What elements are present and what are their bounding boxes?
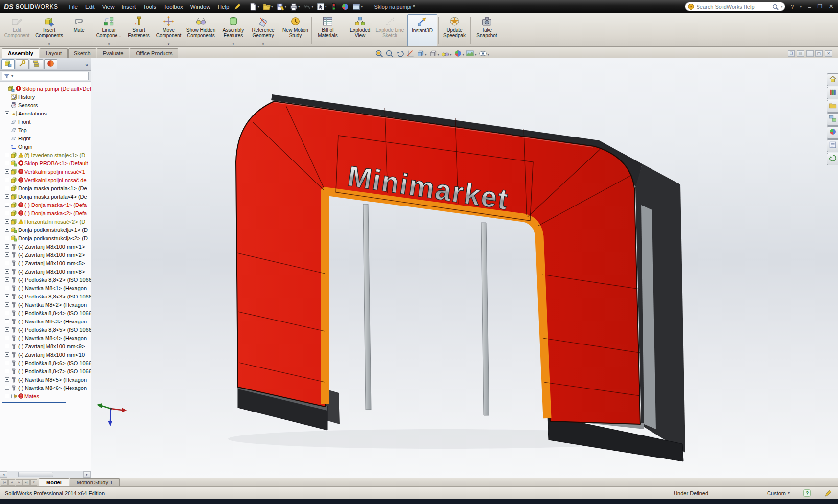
expand-toggle[interactable] xyxy=(5,186,9,190)
reference-geometry-button[interactable]: Reference Geometry xyxy=(248,14,278,46)
tree-item[interactable]: Front xyxy=(0,117,91,126)
scroll-prev-button[interactable]: ◂ xyxy=(8,479,15,486)
tab-office-products[interactable]: Office Products xyxy=(130,48,178,58)
save-button[interactable]: ▾ xyxy=(276,3,286,11)
configuration-dropdown-icon[interactable]: ▾ xyxy=(788,491,790,495)
expand-toggle[interactable] xyxy=(5,302,9,307)
tree-item[interactable]: Donja maska portala<4> (De xyxy=(0,192,91,201)
expand-toggle[interactable] xyxy=(5,286,9,290)
expand-toggle[interactable] xyxy=(5,394,9,398)
doc-tab-motion-study-1[interactable]: Motion Study 1 xyxy=(70,478,120,486)
tree-item[interactable]: Sensors xyxy=(0,101,91,109)
tree-item[interactable]: Right xyxy=(0,134,91,142)
rebuild-button[interactable] xyxy=(330,3,338,11)
tree-item[interactable]: (-) Zavrtanj M8x100 mm<10 xyxy=(0,350,91,359)
taskpane-tab-custom-properties[interactable] xyxy=(827,139,838,152)
view-window-button[interactable]: ▾ xyxy=(352,3,363,11)
assembly-model[interactable]: Minimarket xyxy=(91,58,838,478)
scrollbar-thumb[interactable] xyxy=(18,472,53,477)
scroll-last-button[interactable]: ▸| xyxy=(23,479,30,486)
tree-item[interactable]: Donja podkonstrukcija<2> (D xyxy=(0,234,91,242)
tree-item[interactable]: (-) Navrtka M8<6> (Hexagon xyxy=(0,384,91,392)
insert-components-button[interactable]: Insert Components xyxy=(34,14,64,46)
menu-insert[interactable]: Insert xyxy=(122,4,136,10)
section-view-button[interactable] xyxy=(405,49,415,60)
tree-item[interactable]: Donja podkonstrukcija<1> (D xyxy=(0,226,91,234)
tree-item[interactable]: (-) Navrtka M8<4> (Hexagon xyxy=(0,334,91,342)
search-dropdown-icon[interactable]: ▾ xyxy=(781,5,783,9)
configuration-label[interactable]: Custom xyxy=(767,490,786,496)
tree-item[interactable]: (-) Zavrtanj M8x100 mm<9> xyxy=(0,342,91,350)
expand-toggle[interactable] xyxy=(5,219,9,224)
assembly-features-button[interactable]: Assembly Features xyxy=(218,14,248,46)
linear-pattern-button[interactable]: Linear Compone... xyxy=(94,14,124,46)
expand-toggle[interactable] xyxy=(5,153,9,157)
panel-tab-displaymanager[interactable] xyxy=(44,59,57,69)
view-orientation-button[interactable]: ▾ xyxy=(416,49,427,60)
expand-toggle[interactable] xyxy=(5,236,9,240)
tree-item[interactable]: Sklop na pumpi (Default<Def xyxy=(0,84,91,92)
tree-item[interactable]: Donja maska portala<1> (De xyxy=(0,184,91,192)
tree-item[interactable]: History xyxy=(0,92,91,101)
tab-assembly[interactable]: Assembly xyxy=(2,48,39,58)
rollback-bar[interactable] xyxy=(2,402,66,403)
expand-toggle[interactable] xyxy=(5,244,9,249)
tree-item[interactable]: (-) Zavrtanj M8x100 mm<2> xyxy=(0,251,91,259)
tree-item[interactable]: (-) Podloška 8,8<4> (ISO 1066 xyxy=(0,309,91,317)
search-input[interactable] xyxy=(696,4,770,10)
doc-tab-model[interactable]: Model xyxy=(39,478,69,486)
viewport-minimize-button[interactable]: – xyxy=(806,50,814,57)
taskpane-tab-solidworks-resources[interactable] xyxy=(827,73,838,86)
expand-toggle[interactable] xyxy=(5,111,9,115)
panel-tab-featuremanager[interactable] xyxy=(1,59,15,69)
tree-item[interactable]: (-) Donja maska<2> (Defa xyxy=(0,209,91,217)
open-file-button[interactable]: ▾ xyxy=(263,3,273,11)
quick-tips-icon[interactable]: ? xyxy=(803,489,811,497)
tree-item[interactable]: (-) Podloška 8,8<7> (ISO 1066 xyxy=(0,367,91,375)
tree-item[interactable]: Origin xyxy=(0,142,91,151)
taskpane-tab-file-explorer[interactable] xyxy=(827,100,838,113)
viewport-close-button[interactable]: ✕ xyxy=(825,50,832,57)
print-button[interactable]: ▾ xyxy=(290,3,300,11)
window-help-button[interactable]: ? xyxy=(789,4,795,10)
scroll-right-button[interactable]: ▸ xyxy=(83,471,91,478)
expand-toggle[interactable] xyxy=(5,252,9,257)
tree-filter-input[interactable]: ▾ xyxy=(2,72,89,80)
expand-toggle[interactable] xyxy=(5,369,9,373)
expand-toggle[interactable] xyxy=(5,277,9,282)
expand-toggle[interactable] xyxy=(5,203,9,207)
support-pole-left[interactable] xyxy=(363,204,371,410)
tree-item[interactable]: Vertikalni spoljni nosač de xyxy=(0,176,91,184)
zoom-to-fit-button[interactable] xyxy=(374,49,384,60)
scroll-next-button[interactable]: ▸ xyxy=(16,479,23,486)
tab-sketch[interactable]: Sketch xyxy=(68,48,96,58)
expand-toggle[interactable] xyxy=(5,377,9,382)
edit-appearance-button[interactable]: ▾ xyxy=(453,49,465,60)
move-component-button[interactable]: Move Component xyxy=(154,14,184,46)
tree-item[interactable]: (-) Podloška 8,8<5> (ISO 1066 xyxy=(0,325,91,334)
edit-appearance-button[interactable] xyxy=(341,3,349,11)
taskpane-tab-appearances-scenes[interactable] xyxy=(827,126,838,139)
scroll-left-button[interactable]: ◂ xyxy=(0,471,7,478)
zoom-to-area-button[interactable] xyxy=(385,49,394,60)
mate-button[interactable]: Mate xyxy=(64,14,94,46)
expand-toggle[interactable] xyxy=(5,327,9,332)
panel-tab-propertymanager[interactable] xyxy=(16,59,29,69)
expand-toggle[interactable] xyxy=(5,261,9,265)
new-file-button[interactable]: ▾ xyxy=(249,3,259,11)
scrollbar-track[interactable] xyxy=(7,471,83,478)
tree-item[interactable]: Mates xyxy=(0,392,91,400)
update-speedpak-button[interactable]: Update Speedpak xyxy=(440,14,469,46)
expand-toggle[interactable] xyxy=(5,169,9,174)
support-pole-right[interactable] xyxy=(481,223,489,415)
expand-toggle[interactable] xyxy=(5,311,9,315)
expand-toggle[interactable] xyxy=(5,194,9,199)
expand-toggle[interactable] xyxy=(5,161,9,165)
display-style-button[interactable]: ▾ xyxy=(428,49,440,60)
expand-toggle[interactable] xyxy=(5,361,9,365)
menu-view[interactable]: View xyxy=(102,4,115,10)
previous-view-button[interactable] xyxy=(395,49,404,60)
menu-tools[interactable]: Tools xyxy=(143,4,156,10)
tree-item[interactable]: Sklop PROBA<1> (Default xyxy=(0,159,91,167)
tree-item[interactable]: Horizontalni nosač<2> (D xyxy=(0,217,91,226)
